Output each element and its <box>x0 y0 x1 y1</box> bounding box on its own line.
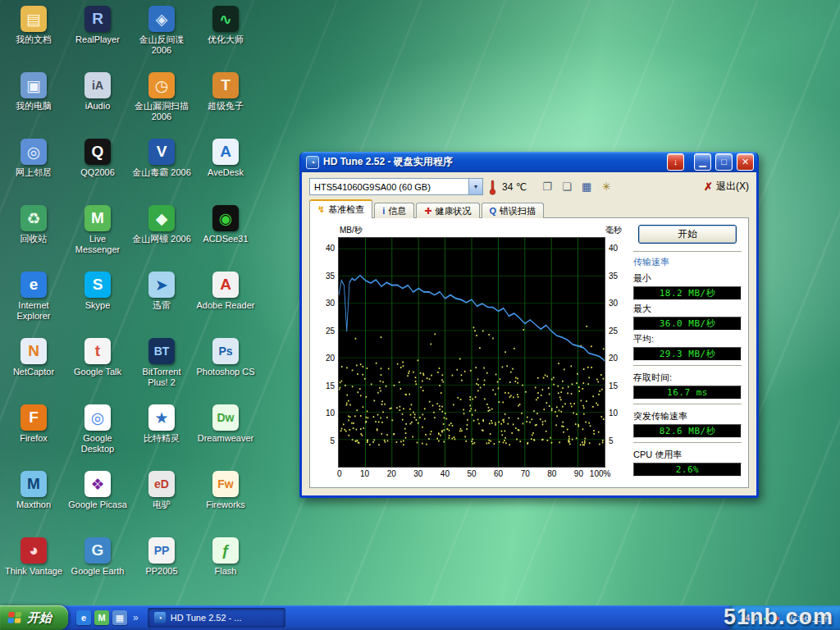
quick-launch-show-desktop[interactable]: ▦ <box>112 610 127 625</box>
axis-tick-label: 60 <box>494 469 503 478</box>
windows-flag-icon <box>7 611 23 624</box>
google-talk-icon: t <box>84 338 111 364</box>
flash-icon: ƒ <box>212 537 239 564</box>
desktop-icon-kingsoft-scan-2006[interactable]: ◷金山漏洞扫描 2006 <box>130 68 194 135</box>
drive-select[interactable]: HTS541060G9SA00 (60 GB) ▼ <box>309 178 483 195</box>
netcaptor-icon: N <box>21 338 47 364</box>
desktop-icon-qq2006[interactable]: QQQ2006 <box>66 135 130 201</box>
desktop-icon-live-messenger[interactable]: MLive Messenger <box>66 201 130 267</box>
axis-tick-label: 15 <box>326 381 335 390</box>
firefox-icon: F <box>21 404 47 431</box>
desktop-icon-think-vantage[interactable]: ◕Think Vantage <box>2 533 66 600</box>
tab-info-icon: i <box>382 206 385 216</box>
copy-screenshot-icon[interactable]: ❏ <box>558 179 576 195</box>
start-benchmark-button[interactable]: 开始 <box>638 225 737 244</box>
desktop-icon-netcaptor[interactable]: NNetCaptor <box>2 334 66 400</box>
burst-rate-value: 82.6 MB/秒 <box>633 424 742 438</box>
hdtune-app-icon: ◔ <box>306 156 319 169</box>
desktop-icon-photoshop-cs[interactable]: PsPhotoshop CS <box>194 334 258 400</box>
desktop-icon-acdsee31[interactable]: ◉ACDSee31 <box>194 201 258 267</box>
desktop-icon-google-talk[interactable]: tGoogle Talk <box>66 334 130 400</box>
desktop-icon-google-earth[interactable]: GGoogle Earth <box>66 533 130 600</box>
desktop-icon-label: 金山网镖 2006 <box>132 234 191 244</box>
exit-button[interactable]: ✗ 退出(X) <box>704 180 749 194</box>
internet-explorer-icon: e <box>21 272 47 298</box>
google-desktop-icon: ◎ <box>84 404 111 431</box>
start-button[interactable]: 开始 <box>0 605 68 630</box>
tab-error-scan-icon: Q <box>490 206 497 216</box>
tab-error-scan[interactable]: Q错误扫描 <box>482 203 545 218</box>
taskbar-task-hdtune[interactable]: ◔ HD Tune 2.52 - ... <box>148 608 285 628</box>
desktop-icon-my-computer[interactable]: ▣我的电脑 <box>2 68 66 135</box>
live-messenger-icon: M <box>84 205 111 231</box>
close-button[interactable]: ✕ <box>737 153 754 171</box>
desktop-icon-kingsoft-netguard-2006[interactable]: ◆金山网镖 2006 <box>130 201 194 267</box>
desktop-icon-network-places[interactable]: ◎网上邻居 <box>2 135 66 201</box>
desktop-icon-label: QQ2006 <box>80 167 115 178</box>
save-icon[interactable]: ▦ <box>578 179 596 195</box>
axis-tick-label: 25 <box>609 326 618 336</box>
desktop-icon-dreamweaver[interactable]: DwDreamweaver <box>194 400 258 467</box>
desktop-icon-realplayer[interactable]: RRealPlayer <box>66 2 130 68</box>
axis-tick-label: 90 <box>574 469 583 478</box>
axis-tick-label: 35 <box>609 272 618 281</box>
axis-tick-label: 10 <box>326 409 335 418</box>
desktop-icon-thunder[interactable]: ➤迅雷 <box>130 267 194 334</box>
update-notify-button[interactable]: ↓ <box>667 153 684 171</box>
desktop-icon-my-documents[interactable]: ▤我的文档 <box>2 2 66 68</box>
toolbar-tools: ❐ ❏ ▦ ✳ <box>538 179 615 195</box>
maximize-button[interactable]: □ <box>715 153 733 171</box>
axis-tick-label: 80 <box>547 469 556 478</box>
desktop-icon-label: Adobe Reader <box>197 300 255 311</box>
desktop-icon-skype[interactable]: SSkype <box>66 267 130 334</box>
minimize-button[interactable]: ▁ <box>694 153 711 171</box>
desktop-icon-label: PP2005 <box>145 566 177 577</box>
desktop-icon-bitspirit[interactable]: ★比特精灵 <box>130 400 194 467</box>
axis-tick-label: 40 <box>326 244 335 253</box>
desktop-icon-google-picasa[interactable]: ❖Google Picasa <box>66 467 130 533</box>
desktop-icon-bittorrent-plus[interactable]: BTBitTorrent Plus! 2 <box>130 334 194 400</box>
desktop-icon-super-rabbit[interactable]: T超级兔子 <box>194 68 258 135</box>
desktop-icon-label: Think Vantage <box>5 566 62 577</box>
desktop-icon-label: 比特精灵 <box>144 433 180 444</box>
photoshop-cs-icon: Ps <box>212 338 239 364</box>
desktop-icon-adobe-reader[interactable]: AAdobe Reader <box>194 267 258 334</box>
max-value: 36.0 MB/秒 <box>633 317 742 331</box>
desktop-icon-pp2005[interactable]: PPPP2005 <box>130 533 194 600</box>
tab-health[interactable]: ✚健康状况 <box>416 203 479 218</box>
desktop-icon-flash[interactable]: ƒFlash <box>194 533 258 600</box>
quick-launch-ie[interactable]: e <box>76 610 91 625</box>
tab-info[interactable]: i信息 <box>374 203 414 218</box>
desktop-icon-label: 金山毒霸 2006 <box>132 167 191 178</box>
benchmark-chart: MB/秒 毫秒 510152025303540 510152025303540 … <box>317 225 627 481</box>
desktop-icon-maxthon[interactable]: MMaxthon <box>2 467 66 533</box>
axis-tick-label: 0 <box>337 469 342 478</box>
desktop-icon-avedesk[interactable]: AAveDesk <box>194 135 258 201</box>
desktop-icon-label: iAudio <box>85 101 111 112</box>
desktop-icon-kingsoft-duba-2006[interactable]: V金山毒霸 2006 <box>130 135 194 201</box>
desktop-icons: ▤我的文档▣我的电脑◎网上邻居♻回收站eInternet ExplorerNNe… <box>2 2 258 600</box>
desktop-icon-iaudio[interactable]: iAiAudio <box>66 68 130 135</box>
quick-launch-messenger[interactable]: M <box>94 610 109 625</box>
skype-icon: S <box>84 272 111 298</box>
quick-launch-chevron-icon[interactable]: » <box>130 612 141 623</box>
copy-text-icon[interactable]: ❐ <box>538 179 556 195</box>
hdtune-window: ◔ HD Tune 2.52 - 硬盘实用程序 ↓ ▁ □ ✕ HTS54106… <box>299 152 759 498</box>
desktop-icon-google-desktop[interactable]: ◎Google Desktop <box>66 400 130 467</box>
desktop-icon-emule[interactable]: eD电驴 <box>130 467 194 533</box>
watermark: 51nb.com <box>724 605 833 630</box>
combo-dropdown-icon[interactable]: ▼ <box>468 179 482 194</box>
desktop-icon-kingsoft-antispy-2006[interactable]: ◈金山反间谍 2006 <box>130 2 194 68</box>
desktop-icon-fireworks[interactable]: FwFireworks <box>194 467 258 533</box>
axis-tick-label: 20 <box>609 354 618 363</box>
min-label: 最小 <box>633 272 742 285</box>
super-rabbit-icon: T <box>212 72 239 98</box>
plot-area <box>338 237 605 468</box>
options-icon[interactable]: ✳ <box>597 179 615 195</box>
tab-benchmark[interactable]: ↯基准检查 <box>309 199 372 218</box>
desktop-icon-firefox[interactable]: FFirefox <box>2 400 66 467</box>
desktop-icon-youhua-dashi[interactable]: ∿优化大师 <box>194 2 258 68</box>
desktop-icon-recycle-bin[interactable]: ♻回收站 <box>2 201 66 267</box>
youhua-dashi-icon: ∿ <box>212 6 239 32</box>
desktop-icon-internet-explorer[interactable]: eInternet Explorer <box>2 267 66 334</box>
